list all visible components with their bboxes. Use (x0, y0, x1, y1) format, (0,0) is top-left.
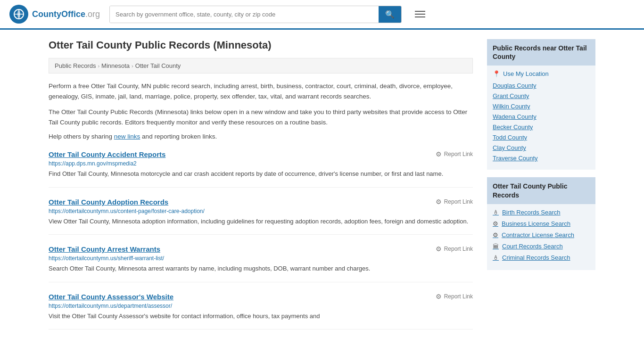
sidebar-record-icon-3: 🏛 (493, 243, 499, 250)
sidebar-record-link-2[interactable]: ⚙ Contractor License Search (493, 231, 590, 239)
record-url-0[interactable]: https://app.dps.mn.gov/mspmedia2 (49, 160, 473, 167)
description-2: The Otter Tail County Public Records (Mi… (49, 107, 473, 127)
record-header-2: Otter Tail County Arrest Warrants ⚙ Repo… (49, 245, 473, 253)
sidebar-record-label-4: Criminal Records Search (502, 254, 570, 261)
record-header-0: Otter Tail County Accident Reports ⚙ Rep… (49, 150, 473, 158)
nearby-county-5[interactable]: Todd County (493, 134, 590, 141)
breadcrumb: Public Records › Minnesota › Otter Tail … (49, 58, 473, 74)
breadcrumb-current: Otter Tail County (135, 62, 181, 69)
site-logo[interactable]: CountyOffice.org (9, 5, 100, 24)
breadcrumb-public-records[interactable]: Public Records (55, 62, 96, 69)
record-title-2[interactable]: Otter Tail County Arrest Warrants (49, 245, 160, 253)
report-link-label-2: Report Link (444, 246, 473, 252)
hamburger-icon (415, 11, 425, 17)
record-item: Otter Tail County Assessor's Website ⚙ R… (49, 293, 473, 330)
sidebar-record-link-4[interactable]: 🕯 Criminal Records Search (493, 254, 590, 261)
sidebar-record-link-1[interactable]: ⚙ Business License Search (493, 220, 590, 227)
nearby-county-1[interactable]: Grant County (493, 92, 590, 99)
record-url-2[interactable]: https://ottertailcountymn.us/sheriff-war… (49, 255, 473, 262)
sidebar-record-label-2: Contractor License Search (502, 231, 574, 239)
record-item: Otter Tail County Arrest Warrants ⚙ Repo… (49, 245, 473, 282)
menu-button[interactable] (411, 9, 429, 19)
search-bar: 🔍 (109, 6, 402, 23)
record-url-1[interactable]: https://ottertailcountymn.us/content-pag… (49, 208, 473, 214)
sidebar-record-icon-2: ⚙ (493, 231, 498, 239)
breadcrumb-sep-1: › (98, 63, 99, 69)
sidebar-record-label-1: Business License Search (502, 220, 570, 227)
record-item: Otter Tail County Accident Reports ⚙ Rep… (49, 150, 473, 188)
page-title: Otter Tail County Public Records (Minnes… (49, 39, 473, 51)
nearby-county-2[interactable]: Wilkin County (493, 103, 590, 110)
record-title-3[interactable]: Otter Tail County Assessor's Website (49, 293, 173, 301)
new-links[interactable]: new links (114, 133, 140, 140)
record-title-1[interactable]: Otter Tail County Adoption Records (49, 198, 168, 206)
site-header: CountyOffice.org 🔍 (0, 0, 644, 30)
report-link-label-0: Report Link (444, 151, 473, 157)
sidebar-records-list: 🕯 Birth Records Search ⚙ Business Licens… (487, 204, 595, 270)
nearby-county-7[interactable]: Traverse County (493, 155, 590, 162)
sidebar: Public Records near Otter Tail County 📍 … (487, 39, 595, 340)
sidebar-record-icon-0: 🕯 (493, 209, 499, 216)
record-desc-2: Search Otter Tail County, Minnesota arre… (49, 264, 473, 273)
record-desc-3: Visit the Otter Tail County Assessor's w… (49, 312, 473, 321)
sidebar-record-label-3: Court Records Search (502, 243, 563, 250)
logo-text: CountyOffice.org (32, 9, 100, 19)
sidebar-record-icon-1: ⚙ (493, 220, 498, 227)
sidebar-record-label-0: Birth Records Search (502, 209, 561, 216)
record-header-3: Otter Tail County Assessor's Website ⚙ R… (49, 293, 473, 301)
nearby-body: 📍 Use My Location Douglas CountyGrant Co… (487, 66, 595, 170)
records-container: Otter Tail County Accident Reports ⚙ Rep… (49, 150, 473, 329)
report-icon-0: ⚙ (436, 150, 442, 158)
breadcrumb-minnesota[interactable]: Minnesota (101, 62, 130, 69)
page-container: Otter Tail County Public Records (Minnes… (39, 30, 605, 349)
nearby-county-0[interactable]: Douglas County (493, 82, 590, 89)
report-link-3[interactable]: ⚙ Report Link (436, 293, 473, 300)
use-my-location-label: Use My Location (503, 70, 549, 77)
nearby-section: Public Records near Otter Tail County 📍 … (487, 39, 595, 170)
records-section-header: Otter Tail County Public Records (487, 177, 595, 204)
record-title-0[interactable]: Otter Tail County Accident Reports (49, 150, 165, 158)
location-icon: 📍 (493, 70, 500, 77)
search-icon: 🔍 (385, 10, 395, 18)
report-link-label-1: Report Link (444, 198, 473, 205)
search-button[interactable]: 🔍 (379, 6, 401, 23)
share-line: Help others by sharing new links and rep… (49, 133, 473, 140)
records-section: Otter Tail County Public Records 🕯 Birth… (487, 177, 595, 270)
record-url-3[interactable]: https://ottertailcountymn.us/department/… (49, 303, 473, 309)
nearby-counties-list: Douglas CountyGrant CountyWilkin CountyW… (493, 82, 590, 162)
record-item: Otter Tail County Adoption Records ⚙ Rep… (49, 198, 473, 235)
report-link-0[interactable]: ⚙ Report Link (436, 150, 473, 158)
report-icon-1: ⚙ (436, 198, 442, 206)
nearby-county-3[interactable]: Wadena County (493, 113, 590, 120)
record-desc-1: View Otter Tail County, Minnesota adopti… (49, 217, 473, 226)
nearby-county-6[interactable]: Clay County (493, 144, 590, 151)
main-content: Otter Tail County Public Records (Minnes… (49, 39, 473, 340)
report-link-1[interactable]: ⚙ Report Link (436, 198, 473, 206)
sidebar-record-link-3[interactable]: 🏛 Court Records Search (493, 243, 590, 250)
record-desc-0: Find Otter Tail County, Minnesota motorc… (49, 169, 473, 179)
sidebar-record-link-0[interactable]: 🕯 Birth Records Search (493, 209, 590, 216)
use-my-location[interactable]: 📍 Use My Location (493, 70, 590, 77)
report-link-label-3: Report Link (444, 293, 473, 300)
search-input[interactable] (110, 6, 379, 23)
report-icon-3: ⚙ (436, 293, 442, 300)
logo-icon (9, 5, 28, 24)
nearby-county-4[interactable]: Becker County (493, 123, 590, 131)
description-1: Perform a free Otter Tail County, MN pub… (49, 81, 473, 101)
breadcrumb-sep-2: › (132, 63, 133, 69)
nearby-header: Public Records near Otter Tail County (487, 39, 595, 66)
sidebar-record-icon-4: 🕯 (493, 254, 499, 261)
report-link-2[interactable]: ⚙ Report Link (436, 245, 473, 253)
record-header-1: Otter Tail County Adoption Records ⚙ Rep… (49, 198, 473, 206)
report-icon-2: ⚙ (436, 245, 442, 253)
